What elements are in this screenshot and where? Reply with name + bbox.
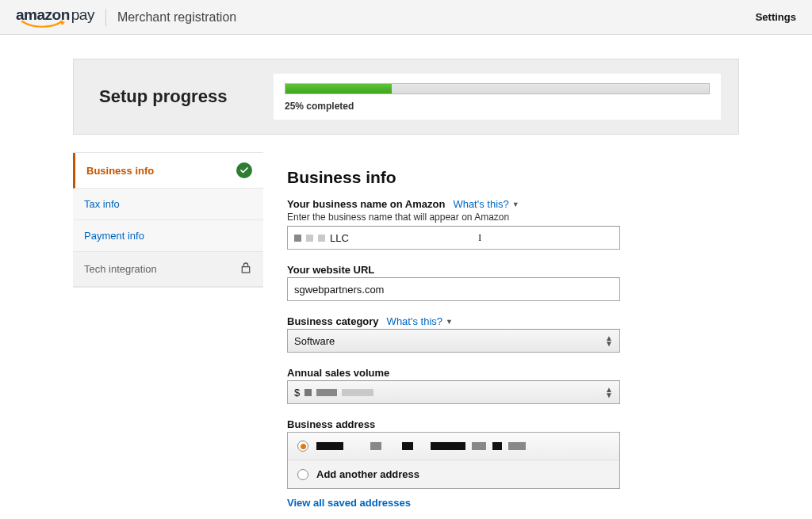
step-label: Tax info bbox=[84, 198, 120, 210]
form-area: Business info Your business name on Amaz… bbox=[287, 152, 739, 519]
sales-value: $ bbox=[294, 387, 373, 399]
progress-bar bbox=[285, 83, 710, 94]
address-option-existing[interactable] bbox=[288, 433, 619, 460]
redacted-segment bbox=[316, 389, 337, 396]
redacted-segment bbox=[402, 442, 413, 450]
business-name-value-suffix: LLC bbox=[330, 232, 349, 244]
redacted-segment bbox=[294, 235, 301, 242]
redacted-segment bbox=[316, 442, 343, 450]
field-sales-volume: Annual sales volume $ ▲▼ bbox=[287, 367, 739, 404]
header-left: amazonpay Merchant registration bbox=[16, 6, 236, 29]
page-title: Merchant registration bbox=[117, 10, 236, 25]
progress-panel: 25% completed bbox=[274, 74, 721, 120]
address-label: Business address bbox=[287, 418, 375, 430]
lock-icon bbox=[239, 261, 252, 277]
sales-select[interactable]: $ ▲▼ bbox=[287, 380, 620, 404]
step-tech-integration[interactable]: Tech integration bbox=[73, 252, 263, 287]
address-box: Add another address bbox=[287, 432, 620, 489]
redacted-segment bbox=[342, 389, 373, 396]
select-arrows-icon: ▲▼ bbox=[605, 387, 613, 398]
view-all-addresses-link[interactable]: View all saved addresses bbox=[287, 497, 411, 509]
settings-link[interactable]: Settings bbox=[756, 11, 796, 23]
redacted-segment bbox=[304, 389, 312, 396]
radio-checked-icon[interactable] bbox=[297, 441, 308, 452]
progress-card: Setup progress 25% completed bbox=[73, 59, 739, 135]
step-label: Payment info bbox=[84, 230, 144, 242]
category-label: Business category bbox=[287, 315, 379, 327]
radio-unchecked-icon[interactable] bbox=[297, 469, 308, 480]
business-name-help-link[interactable]: What's this? ▼ bbox=[453, 198, 519, 210]
redacted-segment bbox=[492, 442, 502, 450]
amazon-pay-logo: amazonpay bbox=[16, 6, 94, 29]
step-label: Tech integration bbox=[84, 263, 157, 275]
website-label: Your website URL bbox=[287, 264, 374, 276]
business-name-label: Your business name on Amazon bbox=[287, 198, 445, 210]
field-website-url: Your website URL bbox=[287, 264, 739, 301]
business-name-sublabel: Enter the business name that will appear… bbox=[287, 212, 739, 223]
steps-sidebar: Business info Tax info Payment info Tech… bbox=[73, 152, 263, 288]
category-value: Software bbox=[294, 335, 335, 347]
redacted-segment bbox=[472, 442, 486, 450]
field-business-category: Business category What's this? ▼ Softwar… bbox=[287, 315, 739, 353]
redacted-segment bbox=[431, 442, 465, 450]
step-label: Business info bbox=[86, 165, 154, 177]
redacted-segment bbox=[318, 235, 325, 242]
redacted-segment bbox=[508, 442, 526, 450]
caret-down-icon: ▼ bbox=[512, 200, 519, 208]
svg-rect-0 bbox=[242, 267, 249, 273]
category-select[interactable]: Software ▲▼ bbox=[287, 329, 620, 353]
top-header: amazonpay Merchant registration Settings bbox=[0, 0, 812, 35]
section-heading: Business info bbox=[287, 168, 739, 187]
progress-bar-fill bbox=[285, 84, 392, 93]
caret-down-icon: ▼ bbox=[446, 318, 453, 326]
progress-title: Setup progress bbox=[91, 86, 250, 107]
step-business-info[interactable]: Business info bbox=[73, 153, 263, 189]
website-input[interactable] bbox=[287, 277, 620, 301]
progress-label: 25% completed bbox=[285, 101, 710, 112]
sales-label: Annual sales volume bbox=[287, 367, 389, 379]
field-business-name: Your business name on Amazon What's this… bbox=[287, 198, 739, 250]
main-columns: Business info Tax info Payment info Tech… bbox=[73, 152, 739, 519]
address-existing-text bbox=[316, 442, 526, 450]
redacted-segment bbox=[370, 442, 381, 450]
check-circle-icon bbox=[236, 162, 252, 178]
address-add-label: Add another address bbox=[316, 468, 419, 480]
step-tax-info[interactable]: Tax info bbox=[73, 189, 263, 220]
address-option-add[interactable]: Add another address bbox=[288, 460, 619, 488]
text-cursor-icon: I bbox=[478, 231, 481, 244]
step-payment-info[interactable]: Payment info bbox=[73, 220, 263, 252]
redacted-segment bbox=[306, 235, 313, 242]
category-help-link[interactable]: What's this? ▼ bbox=[387, 315, 453, 327]
select-arrows-icon: ▲▼ bbox=[605, 335, 613, 346]
content-wrap: Setup progress 25% completed Business in… bbox=[65, 59, 747, 519]
header-divider bbox=[105, 9, 106, 26]
business-name-input[interactable]: LLC I bbox=[287, 226, 620, 250]
logo-pay-text: pay bbox=[71, 6, 94, 24]
field-business-address: Business address bbox=[287, 418, 739, 509]
